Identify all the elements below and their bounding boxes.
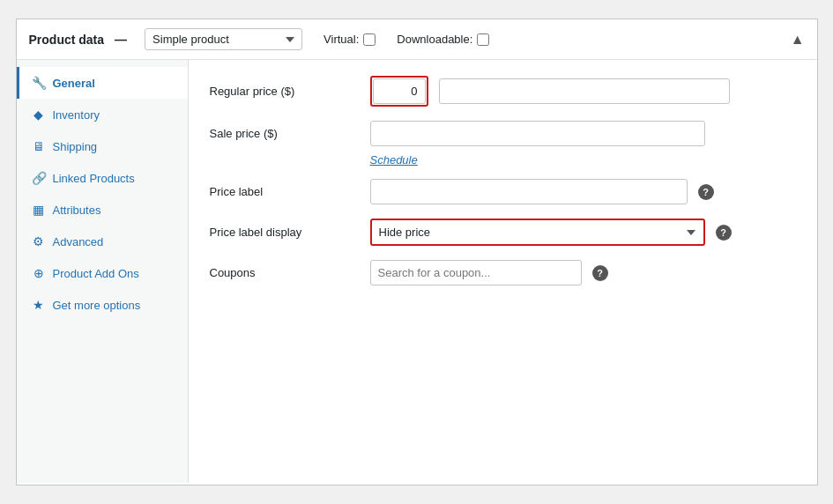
virtual-label: Virtual:	[324, 33, 359, 46]
price-label-display-row: Price label display Hide price Show pric…	[210, 219, 796, 246]
sidebar-item-inventory-label: Inventory	[53, 108, 100, 122]
downloadable-checkbox[interactable]	[477, 33, 489, 46]
schedule-link[interactable]: Schedule	[370, 153, 796, 167]
price-label-label: Price label	[210, 185, 360, 198]
sale-price-label: Sale price ($)	[210, 127, 360, 140]
coupon-search-input[interactable]	[370, 260, 582, 285]
coupons-help-icon[interactable]: ?	[592, 265, 608, 281]
sidebar-item-linked-products-label: Linked Products	[53, 172, 135, 185]
sidebar-item-get-more-options-label: Get more options	[53, 299, 141, 312]
sidebar-item-shipping[interactable]: 🖥 Shipping	[17, 130, 188, 162]
regular-price-input[interactable]	[373, 78, 426, 104]
product-data-box: Product data — Simple product Variable p…	[16, 19, 818, 485]
product-data-header: Product data — Simple product Variable p…	[17, 19, 817, 60]
sidebar-item-product-add-ons-label: Product Add Ons	[53, 267, 139, 280]
sidebar-item-attributes[interactable]: ▦ Attributes	[17, 194, 188, 226]
product-data-title: Product data	[29, 33, 105, 47]
gear-icon: ⚙	[32, 234, 46, 248]
content-area: Regular price ($) Sale price ($) Schedul…	[189, 60, 817, 483]
sidebar-item-advanced[interactable]: ⚙ Advanced	[17, 226, 188, 257]
virtual-checkbox[interactable]	[363, 33, 376, 46]
virtual-checkbox-group: Virtual:	[324, 33, 376, 46]
star-icon: ★	[32, 298, 46, 312]
collapse-button[interactable]: ▲	[791, 32, 805, 48]
link-icon: 🔗	[32, 171, 46, 185]
price-label-row: Price label ?	[210, 179, 796, 204]
shipping-icon: 🖥	[32, 139, 46, 153]
add-circle-icon: ⊕	[32, 266, 46, 280]
regular-price-label: Regular price ($)	[210, 85, 360, 98]
inventory-icon: ◆	[32, 107, 46, 122]
sale-price-input[interactable]	[370, 121, 705, 146]
dash-separator: —	[115, 33, 127, 47]
price-label-help-icon[interactable]: ?	[698, 184, 714, 200]
sidebar-item-get-more-options[interactable]: ★ Get more options	[17, 289, 188, 321]
coupons-label: Coupons	[210, 266, 360, 279]
price-label-input[interactable]	[370, 179, 688, 204]
sale-price-row: Sale price ($)	[210, 121, 796, 146]
product-type-wrapper: Simple product Variable product Grouped …	[145, 28, 302, 50]
downloadable-label: Downloadable:	[397, 33, 472, 46]
wrench-icon: 🔧	[32, 76, 46, 90]
sidebar-item-advanced-label: Advanced	[53, 235, 104, 248]
sidebar-item-inventory[interactable]: ◆ Inventory	[17, 99, 188, 130]
price-label-display-select[interactable]: Hide price Show price Show range	[373, 221, 703, 243]
product-data-body: 🔧 General ◆ Inventory 🖥 Shipping 🔗 Linke…	[17, 60, 817, 483]
sidebar-item-general[interactable]: 🔧 General	[17, 67, 188, 99]
product-type-select[interactable]: Simple product Variable product Grouped …	[145, 28, 302, 50]
price-label-display-highlight: Hide price Show price Show range	[370, 219, 705, 246]
regular-price-highlight	[370, 76, 428, 107]
sidebar-item-product-add-ons[interactable]: ⊕ Product Add Ons	[17, 257, 188, 289]
attributes-icon: ▦	[32, 203, 46, 217]
sidebar-item-shipping-label: Shipping	[53, 140, 98, 153]
coupons-row: Coupons ?	[210, 260, 796, 285]
price-label-display-label: Price label display	[210, 226, 360, 239]
downloadable-checkbox-group: Downloadable:	[397, 33, 489, 46]
price-label-display-help-icon[interactable]: ?	[716, 225, 732, 241]
sidebar-item-general-label: General	[53, 77, 95, 90]
sidebar: 🔧 General ◆ Inventory 🖥 Shipping 🔗 Linke…	[17, 60, 189, 483]
sidebar-item-attributes-label: Attributes	[53, 204, 101, 217]
regular-price-row: Regular price ($)	[210, 76, 796, 107]
sidebar-item-linked-products[interactable]: 🔗 Linked Products	[17, 162, 188, 194]
regular-price-extra-input[interactable]	[439, 78, 730, 104]
